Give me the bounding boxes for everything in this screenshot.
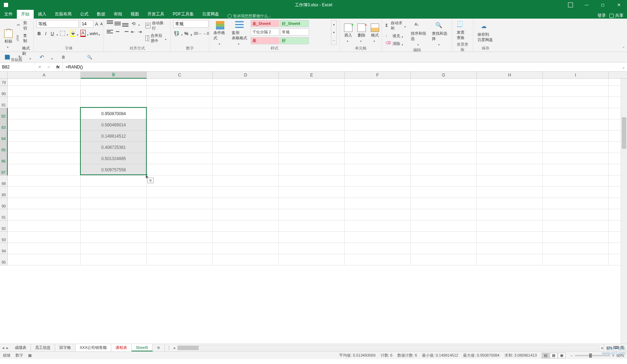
sheet-tab-2[interactable]: 田字格 [55, 344, 75, 351]
cell-A94[interactable] [8, 243, 81, 254]
cell-E80[interactable] [279, 86, 345, 97]
cell-F87[interactable] [345, 164, 411, 176]
sheet-tab-0[interactable]: 成绩表 [11, 344, 31, 351]
cell-I94[interactable] [543, 243, 609, 254]
cell-F88[interactable] [345, 176, 411, 187]
autofill-options-button[interactable]: ⎘ [147, 178, 154, 183]
cell-A90[interactable] [8, 198, 81, 209]
cell-B93[interactable] [81, 232, 147, 243]
cell-C79[interactable] [147, 79, 213, 86]
row-header-94[interactable]: 94 [0, 243, 8, 254]
cell-B83[interactable]: 0.560469014 [81, 119, 147, 131]
formula-cancel-button[interactable]: ✕ [35, 65, 44, 70]
sheet-tab-5[interactable]: Sheet5 [132, 344, 153, 351]
sheet-nav-prev[interactable]: ◂ [2, 345, 4, 350]
align-left-button[interactable] [107, 28, 113, 35]
align-center-button[interactable] [114, 28, 121, 35]
cell-A84[interactable] [8, 131, 81, 142]
cell-G89[interactable] [411, 187, 477, 198]
cell-A86[interactable] [8, 153, 81, 164]
merge-center-button[interactable]: 合并后居中 [145, 33, 167, 44]
cell-H94[interactable] [477, 243, 543, 254]
cell-D82[interactable] [213, 108, 279, 119]
cell-E95[interactable] [279, 254, 345, 265]
row-header-83[interactable]: 83 [0, 119, 8, 131]
style-thousand[interactable]: 千位分隔 2 [251, 28, 279, 35]
chevron-down-icon[interactable] [67, 32, 69, 35]
cell-D95[interactable] [213, 254, 279, 265]
orientation-button[interactable]: ⟲ [130, 20, 137, 27]
fill-button[interactable]: 填充 [385, 33, 407, 39]
chevron-down-icon[interactable] [238, 41, 241, 44]
sheet-tab-3[interactable]: XXX公司销售额 [75, 344, 111, 351]
cell-F81[interactable] [345, 97, 411, 108]
cell-E83[interactable] [279, 119, 345, 131]
cell-C84[interactable] [147, 131, 213, 142]
clear-button[interactable]: 清除 [385, 40, 407, 47]
cell-G88[interactable] [411, 176, 477, 187]
cell-H87[interactable] [477, 164, 543, 176]
col-header-E[interactable]: E [279, 72, 345, 79]
row-header-86[interactable]: 86 [0, 153, 8, 164]
cell-I85[interactable] [543, 142, 609, 153]
cell-D80[interactable] [213, 86, 279, 97]
cell-B91[interactable] [81, 209, 147, 220]
cell-F84[interactable] [345, 131, 411, 142]
col-header-B[interactable]: B [81, 72, 147, 79]
cell-C87[interactable] [147, 164, 213, 176]
cell-G87[interactable] [411, 164, 477, 176]
cell-G79[interactable] [411, 79, 477, 86]
chevron-down-icon[interactable] [7, 45, 10, 47]
tab-insert[interactable]: 插入 [34, 10, 51, 19]
cell-G85[interactable] [411, 142, 477, 153]
cell-F86[interactable] [345, 153, 411, 164]
cell-styles-gallery[interactable]: 差_Sheet4 好_Sheet4 千位分隔 2 常规 差 好 [251, 20, 329, 45]
cell-G82[interactable] [411, 108, 477, 119]
cell-A83[interactable] [8, 119, 81, 131]
chevron-down-icon[interactable] [77, 32, 79, 35]
cell-E87[interactable] [279, 164, 345, 176]
cell-G86[interactable] [411, 153, 477, 164]
underline-button[interactable]: U [50, 30, 55, 37]
fill-color-button[interactable]: ⬙ [70, 30, 75, 37]
col-header-I[interactable]: I [543, 72, 609, 79]
col-header-H[interactable]: H [477, 72, 543, 79]
cell-B92[interactable] [81, 220, 147, 232]
chevron-down-icon[interactable] [138, 22, 141, 25]
ime-lang[interactable]: EN [607, 346, 612, 350]
delete-cells-button[interactable]: 删除 [356, 20, 367, 45]
cell-H89[interactable] [477, 187, 543, 198]
vertical-scroll-thumb[interactable] [622, 117, 626, 149]
cell-I89[interactable] [543, 187, 609, 198]
decrease-indent-button[interactable] [130, 29, 136, 34]
chevron-down-icon[interactable] [51, 56, 54, 59]
cell-A93[interactable] [8, 232, 81, 243]
cell-A87[interactable] [8, 164, 81, 176]
cell-G93[interactable] [411, 232, 477, 243]
align-right-button[interactable] [122, 28, 128, 35]
cell-E91[interactable] [279, 209, 345, 220]
cell-E90[interactable] [279, 198, 345, 209]
row-header-88[interactable]: 88 [0, 176, 8, 187]
percent-button[interactable] [184, 30, 189, 37]
cell-G80[interactable] [411, 86, 477, 97]
collapse-ribbon-button[interactable]: ⌃ [622, 46, 625, 50]
cell-C88[interactable] [147, 176, 213, 187]
cell-F90[interactable] [345, 198, 411, 209]
cell-A95[interactable] [8, 254, 81, 265]
cell-A82[interactable] [8, 108, 81, 119]
font-color-button[interactable]: A [80, 30, 86, 37]
cell-D91[interactable] [213, 209, 279, 220]
cell-I84[interactable] [543, 131, 609, 142]
cell-D83[interactable] [213, 119, 279, 131]
cell-I86[interactable] [543, 153, 609, 164]
login-link[interactable]: 登录 [598, 13, 606, 19]
select-all-button[interactable] [0, 72, 8, 79]
gallery-more-button[interactable]: ⋯ [331, 37, 336, 45]
cell-B90[interactable] [81, 198, 147, 209]
cell-I92[interactable] [543, 220, 609, 232]
view-page-break-button[interactable]: ▣ [558, 353, 566, 358]
sheet-splitter[interactable]: ⋮ [165, 345, 173, 350]
cell-E81[interactable] [279, 97, 345, 108]
cell-H83[interactable] [477, 119, 543, 131]
